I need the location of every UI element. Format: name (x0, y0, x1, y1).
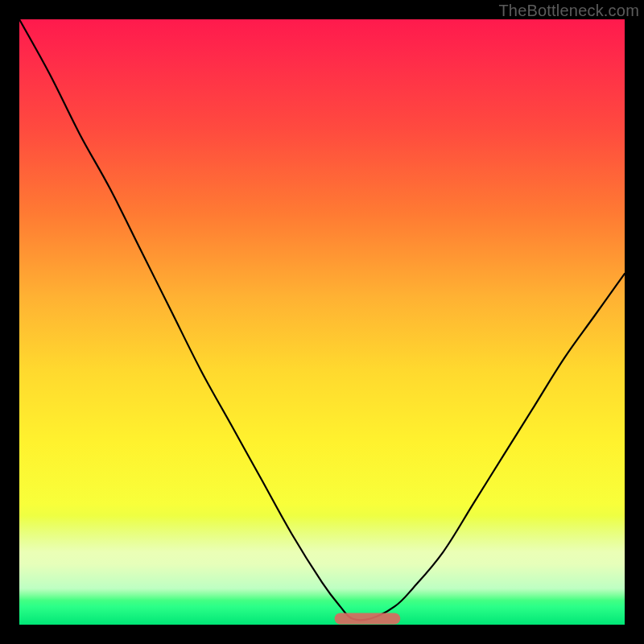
curve-layer (19, 19, 625, 625)
chart-canvas: TheBottleneck.com (0, 0, 644, 644)
plot-area (19, 19, 625, 625)
bottleneck-curve (19, 19, 625, 621)
watermark-text: TheBottleneck.com (498, 2, 639, 20)
